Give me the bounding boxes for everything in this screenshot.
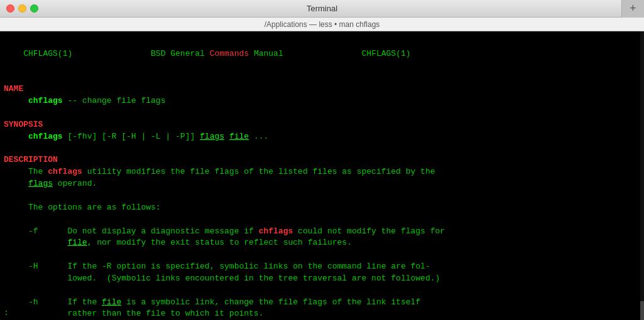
scrollbar-thumb[interactable]: [640, 301, 644, 320]
maximize-button[interactable]: [30, 4, 38, 13]
name-label: NAME: [4, 83, 640, 95]
flag-f-line1: -f Do not display a diagnostic message i…: [4, 226, 640, 238]
blank-5: [4, 214, 640, 226]
close-button[interactable]: [6, 4, 14, 13]
desc-line-3: The options are as follows:: [4, 202, 640, 214]
man-header: CHFLAGS(1) BSD General Commands Manual C…: [4, 36, 640, 72]
blank-3: [4, 143, 640, 155]
synopsis-content: chflags [-fhv] [-R [-H | -L | -P]] flags…: [4, 131, 640, 143]
subtitlebar: /Applications — less • man chflags: [0, 18, 644, 31]
traffic-lights: [6, 4, 38, 13]
name-content: chflags -- change file flags: [4, 95, 640, 107]
flag-h-line2: rather than the file to which it points.: [4, 308, 640, 320]
terminal-area[interactable]: CHFLAGS(1) BSD General Commands Manual C…: [0, 31, 644, 320]
scrollbar[interactable]: [640, 31, 644, 320]
description-label: DESCRIPTION: [4, 154, 640, 166]
blank-6: [4, 249, 640, 261]
flag-f-line2: file, nor modify the exit status to refl…: [4, 237, 640, 249]
blank-4: [4, 190, 640, 202]
flag-H-line1: -H If the -R option is specified, symbol…: [4, 261, 640, 273]
blank-2: [4, 107, 640, 119]
synopsis-label: SYNOPSIS: [4, 119, 640, 131]
terminal-prompt[interactable]: :: [4, 308, 9, 317]
flag-h-line1: -h If the file is a symbolic link, chang…: [4, 297, 640, 309]
window-title: Terminal: [307, 4, 337, 13]
new-tab-button[interactable]: +: [621, 0, 644, 18]
flag-H-line2: lowed. (Symbolic links encountered in th…: [4, 273, 640, 285]
blank-1: [4, 72, 640, 84]
subtitle-text: /Applications — less • man chflags: [265, 20, 380, 29]
titlebar: Terminal +: [0, 0, 644, 18]
desc-line-2: flags operand.: [4, 178, 640, 190]
desc-line-1: The chflags utility modifies the file fl…: [4, 166, 640, 178]
minimize-button[interactable]: [18, 4, 26, 13]
chflags-left: CHFLAGS(1) BSD General Commands Manual C…: [23, 49, 410, 58]
blank-7: [4, 285, 640, 297]
